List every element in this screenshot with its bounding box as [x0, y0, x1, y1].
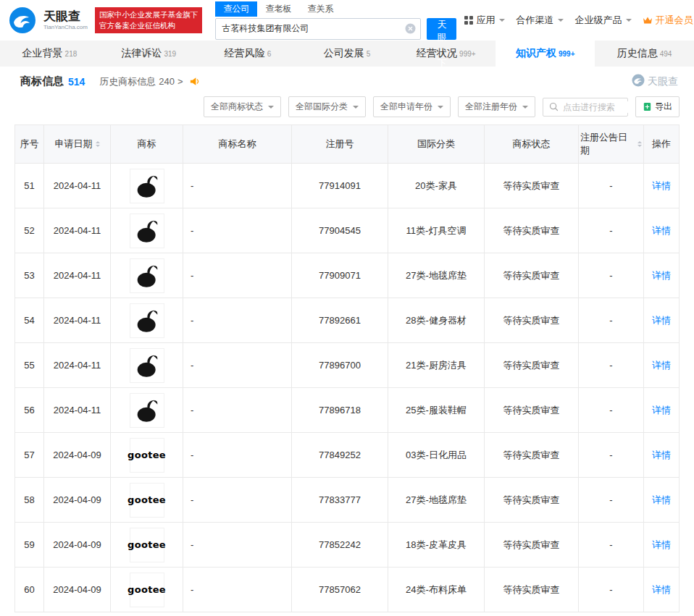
cell-serial: 53: [15, 253, 44, 298]
chevron-down-icon: [353, 106, 359, 111]
detail-link[interactable]: 详情: [652, 269, 671, 282]
topnav-partner[interactable]: 合作渠道: [516, 14, 564, 27]
cell-mark: [111, 208, 183, 253]
trademark-image: gootee: [130, 528, 164, 562]
filter-dropdowns: 全部商标状态全部国际分类全部申请年份全部注册年份: [204, 96, 535, 117]
cell-action: 详情: [644, 568, 679, 612]
column-header-9: 操作: [644, 125, 679, 163]
detail-link[interactable]: 详情: [652, 180, 671, 193]
search-tab-2[interactable]: 查老板: [257, 1, 299, 17]
tab-label: 知识产权: [516, 47, 556, 60]
sort-up-icon: [637, 139, 642, 143]
cell-mark: [111, 388, 183, 432]
tab-5[interactable]: 经营状况999+: [396, 41, 496, 67]
company-tabs: 企业背景218法律诉讼319经营风险6公司发展5经营状况999+知识产权999+…: [0, 41, 694, 67]
trademark-wordmark: gootee: [127, 494, 166, 505]
detail-link[interactable]: 详情: [652, 224, 671, 237]
detail-link[interactable]: 详情: [652, 404, 671, 417]
cell-mark-name: -: [183, 478, 292, 522]
cell-mark-name: -: [183, 568, 292, 612]
sort-up-icon: [96, 139, 100, 143]
cell-status: 等待实质审查: [485, 164, 579, 208]
section-title: 商标信息: [20, 75, 64, 88]
crown-icon: [643, 15, 653, 25]
cell-intl-class: 27类-地毯席垫: [388, 253, 485, 298]
detail-link[interactable]: 详情: [652, 359, 671, 372]
cell-pub-date: -: [579, 433, 644, 477]
cell-mark: [111, 164, 183, 208]
search-tab-1[interactable]: 查公司: [215, 1, 257, 17]
cell-intl-class: 28类-健身器材: [388, 298, 485, 342]
tab-label: 历史信息: [617, 47, 658, 60]
section-header: 商标信息 514 历史商标信息 240 > 天眼查: [0, 67, 694, 90]
watermark: 天眼查: [632, 74, 678, 89]
column-header-6: 国际分类: [388, 125, 485, 163]
topnav-apps[interactable]: 应用: [464, 14, 505, 27]
tab-3[interactable]: 经营风险6: [198, 41, 298, 67]
history-count: 240: [159, 76, 175, 87]
tab-2[interactable]: 法律诉讼319: [99, 41, 198, 67]
tab-7[interactable]: 历史信息494: [595, 41, 694, 67]
cell-reg-no: 77833777: [292, 478, 388, 522]
search-button[interactable]: 天眼一下: [427, 18, 456, 40]
detail-link[interactable]: 详情: [652, 583, 671, 596]
search-icon: [549, 102, 559, 111]
table-search-box[interactable]: [543, 98, 628, 117]
table-row: 532024-04-11-7790907127类-地毯席垫等待实质审查-详情: [15, 253, 679, 298]
tianyancha-logo-icon[interactable]: [9, 7, 36, 34]
cell-intl-class: 20类-家具: [388, 164, 485, 208]
topnav-vip[interactable]: 开通会员: [643, 14, 694, 27]
tab-1[interactable]: 企业背景218: [0, 41, 99, 67]
cell-mark-name: -: [183, 298, 292, 342]
export-button[interactable]: 导出: [635, 96, 680, 117]
tab-count: 5: [367, 50, 371, 58]
export-label: 导出: [655, 101, 672, 113]
cell-mark-name: -: [183, 433, 292, 477]
cell-reg-no: 77892661: [292, 298, 388, 342]
search-tab-3[interactable]: 查关系: [299, 1, 341, 17]
filter-dropdown-label: 全部申请年份: [380, 101, 432, 113]
column-header-2[interactable]: 申请日期: [44, 125, 111, 163]
table-search-input[interactable]: [561, 101, 630, 113]
detail-link[interactable]: 详情: [652, 449, 671, 462]
tab-4[interactable]: 公司发展5: [298, 41, 397, 67]
sort-down-icon: [637, 145, 642, 149]
topnav-label-enterprise: 企业级产品: [574, 14, 622, 27]
cell-action: 详情: [644, 478, 679, 522]
history-trademark-link[interactable]: 历史商标信息 240 >: [99, 75, 183, 88]
search-input[interactable]: [215, 18, 421, 40]
filter-dropdown-4[interactable]: 全部注册年份: [458, 96, 535, 117]
topnav-label-apps: 应用: [476, 14, 495, 27]
detail-link[interactable]: 详情: [652, 314, 671, 327]
table-row: 542024-04-11-7789266128类-健身器材等待实质审查-详情: [15, 298, 679, 342]
cell-status: 等待实质审查: [485, 568, 579, 612]
cell-apply-date: 2024-04-11: [44, 208, 111, 253]
filter-dropdown-2[interactable]: 全部国际分类: [288, 96, 366, 117]
column-header-8[interactable]: 注册公告日期: [579, 125, 644, 163]
filter-dropdown-1[interactable]: 全部商标状态: [204, 96, 281, 117]
tab-count: 999+: [459, 50, 476, 58]
export-icon: [643, 102, 652, 111]
tab-count: 999+: [559, 50, 575, 58]
cell-apply-date: 2024-04-11: [44, 253, 111, 298]
trademark-image: [130, 258, 164, 293]
tab-6[interactable]: 知识产权999+: [496, 41, 595, 67]
trademark-wordmark: gootee: [127, 539, 166, 550]
tab-label: 法律诉讼: [121, 47, 162, 60]
table-row: 602024-04-09gootee-7785706224类-布料床单等待实质审…: [15, 567, 679, 612]
cell-pub-date: -: [579, 568, 644, 612]
detail-link[interactable]: 详情: [652, 539, 671, 552]
cell-mark: [111, 343, 183, 387]
clear-icon[interactable]: [405, 23, 416, 34]
trademark-wordmark: gootee: [127, 450, 166, 460]
detail-link[interactable]: 详情: [652, 494, 671, 507]
sort-icon[interactable]: [637, 139, 642, 149]
topnav-enterprise[interactable]: 企业级产品: [574, 14, 632, 27]
cell-status: 等待实质审查: [485, 523, 579, 567]
filter-dropdown-3[interactable]: 全部申请年份: [373, 96, 451, 117]
column-header-3: 商标: [111, 125, 183, 163]
cell-serial: 56: [15, 388, 44, 432]
sort-icon[interactable]: [96, 139, 100, 149]
cell-action: 详情: [644, 208, 679, 253]
chevron-right-icon: >: [177, 76, 183, 87]
